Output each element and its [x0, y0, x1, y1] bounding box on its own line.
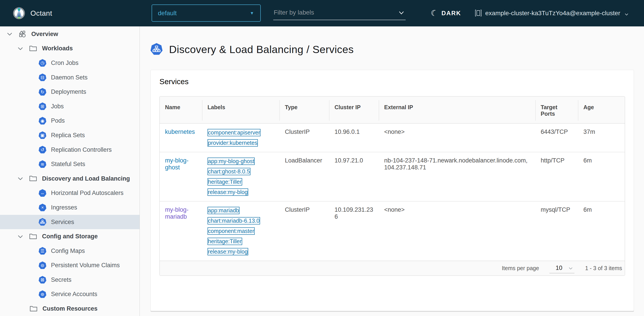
sidebar-item-replication-controllers[interactable]: ↺ Replication Controllers — [0, 143, 140, 157]
table-row: kubernetes component:apiserver provider:… — [160, 123, 625, 152]
sidebar-item-label: Ingresses — [51, 204, 77, 211]
sidebar-item-label: Workloads — [42, 45, 73, 52]
pod-icon: ◉ — [38, 117, 46, 125]
sidebar-item-workloads[interactable]: Workloads — [0, 41, 140, 56]
column-header-external-ip[interactable]: External IP — [379, 97, 535, 123]
cell-age: 6m — [578, 152, 625, 201]
job-icon: ⊞ — [38, 103, 46, 110]
column-header-cluster-ip[interactable]: Cluster IP — [329, 97, 379, 123]
chevron-down-icon[interactable] — [398, 10, 404, 16]
folder-icon — [29, 45, 37, 52]
table-row: my-blog-mariadb app:mariadb chart:mariad… — [160, 201, 625, 261]
chevron-down-icon — [568, 266, 573, 270]
chevron-down-icon[interactable] — [17, 45, 24, 52]
statefulset-icon: ≋ — [38, 160, 46, 168]
daemonset-icon: ⊟ — [38, 74, 46, 82]
cell-type: ClusterIP — [280, 201, 329, 261]
sidebar: Overview Workloads ◷ Cron Jobs ⊟ Daemon … — [0, 27, 140, 316]
cell-external-ip: nb-104-237-148-71.newark.nodebalancer.li… — [379, 152, 535, 201]
chevron-down-icon[interactable] — [6, 31, 13, 37]
label-pill[interactable]: release:my-blog — [208, 188, 248, 196]
chevron-down-icon[interactable] — [17, 233, 24, 240]
sidebar-item-daemon-sets[interactable]: ⊟ Daemon Sets — [0, 70, 140, 85]
caret-down-icon: ▼ — [250, 11, 254, 16]
replicaset-icon: ▣ — [38, 131, 46, 139]
sidebar-item-config-and-storage[interactable]: Config and Storage — [0, 229, 140, 244]
column-header-name[interactable]: Name — [160, 97, 202, 123]
replication-controller-icon: ↺ — [38, 146, 46, 154]
sidebar-item-deployments[interactable]: ↻ Deployments — [0, 85, 140, 99]
sidebar-item-discovery-and-load-balancing[interactable]: Discovery and Load Balancing — [0, 171, 140, 186]
octant-logo-icon — [12, 7, 26, 20]
sidebar-item-label: Jobs — [51, 103, 64, 110]
sidebar-item-service-accounts[interactable]: ⊚ Service Accounts — [0, 287, 140, 302]
items-per-page-label: Items per page — [502, 265, 539, 271]
label-pill[interactable]: component:master — [208, 227, 255, 235]
label-pill[interactable]: app:mariadb — [208, 207, 240, 214]
sidebar-item-stateful-sets[interactable]: ≋ Stateful Sets — [0, 157, 140, 171]
cell-external-ip: <none> — [379, 201, 535, 261]
items-per-page-value: 10 — [556, 264, 568, 271]
service-icon — [38, 218, 46, 226]
sidebar-item-pods[interactable]: ◉ Pods — [0, 114, 140, 128]
service-account-icon: ⊚ — [38, 290, 46, 298]
label-filter-input[interactable]: Filter by labels — [273, 6, 406, 20]
sidebar-item-label: Daemon Sets — [51, 74, 88, 81]
services-datagrid: Name Labels Type Cluster IP External IP … — [160, 96, 625, 276]
column-header-type[interactable]: Type — [280, 97, 329, 123]
sidebar-item-replica-sets[interactable]: ▣ Replica Sets — [0, 128, 140, 143]
label-pill[interactable]: app:my-blog-ghost — [208, 158, 255, 165]
cell-target-ports: 6443/TCP — [535, 123, 578, 152]
sidebar-item-label: Custom Resources — [42, 305, 98, 312]
label-pill[interactable]: component:apiserver — [208, 129, 260, 136]
sidebar-item-label: Overview — [31, 31, 58, 38]
folder-icon — [29, 175, 37, 182]
sidebar-item-horizontal-pod-autoscalers[interactable]: ⇔ Horizontal Pod Autoscalers — [0, 186, 140, 200]
label-pill[interactable]: chart:ghost-8.0.5 — [208, 168, 250, 175]
column-header-target-ports[interactable]: Target Ports — [535, 97, 578, 123]
services-table: Name Labels Type Cluster IP External IP … — [160, 97, 625, 261]
table-header-row: Name Labels Type Cluster IP External IP … — [160, 97, 625, 123]
sidebar-item-secrets[interactable]: ⊠ Secrets — [0, 272, 140, 287]
label-pill[interactable]: provider:kubernetes — [208, 139, 258, 147]
cluster-switcher[interactable]: example-cluster-ka3TuTzYo4a@example-clus… — [475, 0, 629, 27]
app-header: Octant default ▼ Filter by labels ☾ DARK… — [0, 0, 644, 27]
sidebar-item-jobs[interactable]: ⊞ Jobs — [0, 99, 140, 114]
moon-icon: ☾ — [430, 9, 439, 18]
label-pill[interactable]: heritage:Tiller — [208, 238, 242, 245]
sidebar-item-overview[interactable]: Overview — [0, 27, 140, 41]
cronjob-icon: ◷ — [38, 59, 46, 67]
sidebar-item-label: Cron Jobs — [51, 60, 78, 67]
service-link[interactable]: kubernetes — [165, 128, 195, 135]
page-title-row: Discovery & Load Balancing / Services — [150, 43, 354, 56]
card-title: Services — [160, 77, 625, 86]
cell-age: 37m — [578, 123, 625, 152]
service-link[interactable]: my-blog-mariadb — [165, 206, 188, 220]
sidebar-item-label: Services — [51, 219, 74, 226]
theme-toggle-label: DARK — [442, 10, 461, 17]
label-pill[interactable]: chart:mariadb-6.13.0 — [208, 217, 260, 224]
configmap-icon: ☰ — [38, 247, 46, 255]
sidebar-item-persistent-volume-claims[interactable]: ⊜ Persistent Volume Claims — [0, 258, 140, 273]
sidebar-item-services[interactable]: Services — [0, 215, 140, 229]
sidebar-item-label: Horizontal Pod Autoscalers — [51, 190, 124, 196]
label-pill[interactable]: heritage:Tiller — [208, 178, 242, 186]
cluster-icon — [475, 10, 482, 17]
theme-toggle-button[interactable]: ☾ DARK — [431, 0, 461, 27]
cluster-name: example-cluster-ka3TuTzYo4a@example-clus… — [485, 10, 620, 17]
column-header-age[interactable]: Age — [578, 97, 625, 123]
service-link[interactable]: my-blog-ghost — [165, 157, 188, 171]
sidebar-item-label: Service Accounts — [51, 291, 97, 298]
cell-external-ip: <none> — [379, 123, 535, 152]
column-header-labels[interactable]: Labels — [202, 97, 280, 123]
sidebar-item-label: Secrets — [51, 276, 72, 283]
items-per-page-select[interactable]: 10 — [550, 263, 574, 273]
sidebar-item-custom-resources[interactable]: Custom Resources — [0, 301, 140, 316]
chevron-down-icon[interactable] — [17, 175, 24, 182]
sidebar-item-ingresses[interactable]: × Ingresses — [0, 200, 140, 215]
sidebar-item-label: Deployments — [51, 88, 86, 95]
sidebar-item-cron-jobs[interactable]: ◷ Cron Jobs — [0, 56, 140, 70]
label-pill[interactable]: release:my-blog — [208, 248, 248, 255]
namespace-selector[interactable]: default ▼ — [152, 5, 261, 22]
sidebar-item-config-maps[interactable]: ☰ Config Maps — [0, 244, 140, 258]
